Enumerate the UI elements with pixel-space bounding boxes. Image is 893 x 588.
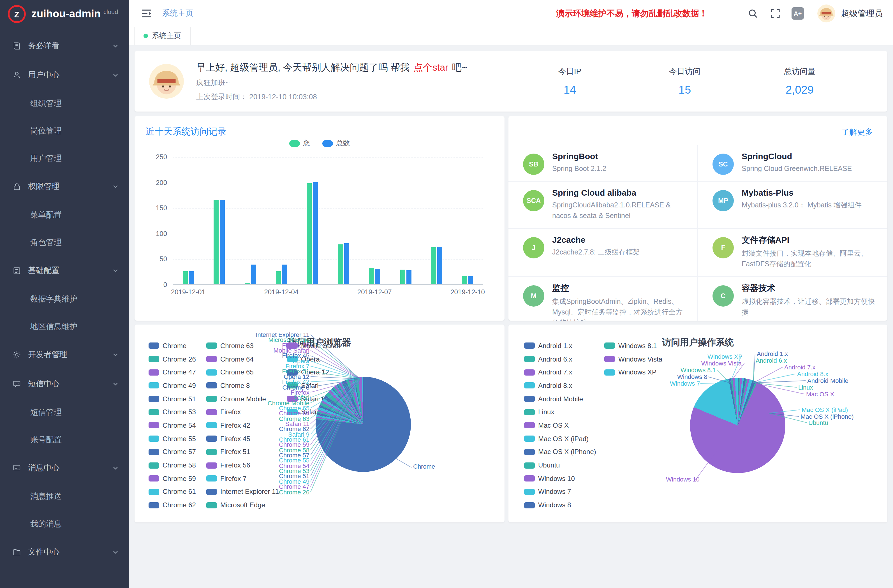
sidebar-item-7[interactable]: 文件中心 [0, 538, 129, 567]
legend-item[interactable]: Mac OS X [524, 419, 596, 432]
learn-more-link[interactable]: 了解更多 [842, 127, 873, 137]
legend-item[interactable]: Windows 7 [524, 485, 596, 498]
bar-group [235, 157, 266, 284]
tech-avatar: M [523, 285, 544, 306]
bar-segment [220, 200, 225, 284]
legend-item[interactable]: Linux [524, 406, 596, 419]
sidebar-subitem[interactable]: 用户管理 [0, 144, 129, 172]
sidebar-subitem[interactable]: 岗位管理 [0, 117, 129, 144]
legend-item[interactable]: Chrome 61 [149, 485, 196, 498]
logo-icon: Z [8, 5, 26, 23]
legend-item[interactable]: Firefox 51 [206, 445, 279, 459]
legend-item[interactable]: Chrome 51 [149, 393, 196, 406]
legend-item[interactable]: Chrome 65 [206, 366, 279, 379]
sidebar-item-0[interactable]: 务必详看 [0, 32, 129, 60]
chevron-down-icon [112, 380, 119, 387]
legend-item[interactable]: Chrome 47 [149, 366, 196, 379]
sidebar-item-1[interactable]: 用户中心 [0, 60, 129, 90]
sidebar-subitem[interactable]: 消息推送 [0, 483, 129, 510]
legend-label: Chrome 26 [162, 355, 196, 363]
legend-item[interactable]: Android 8.x [524, 379, 596, 392]
greeting: 早上好, 超级管理员, 今天帮别人解决问题了吗 帮我 点个star 吧~ [196, 61, 467, 74]
legend-swatch [206, 449, 217, 455]
legend-item[interactable]: Firefox 56 [206, 459, 279, 472]
sidebar-item-label: 文件中心 [28, 547, 112, 557]
sidebar-item-2[interactable]: 权限管理 [0, 172, 129, 201]
legend-item[interactable]: Firefox [206, 406, 279, 419]
legend-item[interactable]: Chrome 64 [206, 352, 279, 365]
legend-item[interactable]: Android Mobile [524, 393, 596, 406]
search-icon[interactable] [748, 8, 758, 18]
sidebar-subitem[interactable]: 地区信息维护 [0, 313, 129, 340]
tech-info: SpringBootSpring Boot 2.1.2 [552, 151, 606, 174]
legend-item[interactable]: Chrome 49 [149, 379, 196, 392]
legend-item[interactable]: Chrome 53 [149, 406, 196, 419]
legend-item[interactable]: Chrome 62 [149, 499, 196, 512]
legend-item[interactable]: Android 7.x [524, 366, 596, 379]
legend-item[interactable]: Android 1.x [524, 339, 596, 352]
legend-item[interactable]: Mac OS X (iPhone) [524, 445, 596, 459]
legend-item[interactable]: Windows XP [604, 366, 662, 379]
legend-label: Android 6.x [538, 355, 572, 363]
legend-swatch [206, 502, 217, 508]
sidebar-subitem[interactable]: 我的消息 [0, 510, 129, 538]
legend-item[interactable]: Ubuntu [524, 459, 596, 472]
legend-item[interactable]: Chrome 54 [149, 419, 196, 432]
tech-avatar: F [713, 237, 734, 259]
tech-desc: 虚拟化容器技术，让迁移、部署更加方便快捷 [742, 296, 875, 318]
legend-swatch [206, 356, 217, 362]
legend-item[interactable]: Android 6.x [524, 352, 596, 365]
legend-item[interactable]: Chrome 58 [149, 459, 196, 472]
legend-item[interactable]: Firefox 7 [206, 472, 279, 485]
legend-item[interactable]: Firefox 42 [206, 419, 279, 432]
legend-item[interactable]: Mac OS X (iPad) [524, 432, 596, 445]
legend-swatch [149, 489, 159, 495]
legend-item[interactable]: Chrome 55 [149, 432, 196, 445]
legend-item[interactable]: Chrome 8 [206, 379, 279, 392]
legend-item[interactable]: Firefox 45 [206, 432, 279, 445]
legend-item[interactable]: Chrome [149, 339, 196, 352]
bar-segment [182, 271, 188, 284]
sidebar-subitem[interactable]: 角色管理 [0, 229, 129, 256]
legend-item[interactable]: Windows Vista [604, 352, 662, 365]
legend-item[interactable]: Windows 8.1 [604, 339, 662, 352]
legend-item[interactable]: Chrome 26 [149, 352, 196, 365]
sidebar-subitem[interactable]: 数据字典维护 [0, 285, 129, 313]
sidebar-subitem[interactable]: 账号配置 [0, 426, 129, 453]
legend-item[interactable]: 总数 [322, 138, 350, 148]
legend-swatch [206, 409, 217, 415]
sidebar-item-6[interactable]: 消息中心 [0, 453, 129, 483]
sidebar-item-3[interactable]: 基础配置 [0, 256, 129, 285]
username[interactable]: 超级管理员 [841, 8, 883, 19]
pie-callout-label: Mac OS X (iPhone) [800, 413, 854, 420]
sidebar-subitem[interactable]: 菜单配置 [0, 201, 129, 229]
legend-swatch [604, 369, 615, 375]
legend-item[interactable]: Microsoft Edge [206, 499, 279, 512]
legend-item[interactable]: 您 [289, 138, 310, 148]
sidebar-item-4[interactable]: 开发者管理 [0, 340, 129, 369]
user-avatar[interactable] [817, 5, 835, 23]
legend-item[interactable]: Windows 8 [524, 499, 596, 512]
breadcrumb[interactable]: 系统主页 [162, 8, 193, 18]
legend-swatch [149, 502, 159, 508]
legend-item[interactable]: Chrome 57 [149, 445, 196, 459]
sidebar-item-label: 用户中心 [28, 70, 112, 80]
tech-item: JJ2cacheJ2cache2.7.8: 二级缓存框架 [508, 229, 698, 277]
legend-swatch [206, 369, 217, 375]
legend-item[interactable]: Chrome 63 [206, 339, 279, 352]
sidebar-subitem[interactable]: 短信管理 [0, 399, 129, 426]
sidebar-item-5[interactable]: 短信中心 [0, 369, 129, 399]
sidebar-subitem[interactable]: 组织管理 [0, 90, 129, 117]
topbar: 系统主页 演示环境维护不易，请勿乱删乱改数据！ A+ 超级管理员 [129, 0, 893, 27]
bar-group [421, 157, 453, 284]
star-link[interactable]: 点个star [413, 62, 448, 72]
tab-home[interactable]: 系统主页 [134, 27, 191, 45]
tech-title: Spring Cloud alibaba [552, 188, 685, 197]
fullscreen-icon[interactable] [770, 8, 780, 18]
legend-item[interactable]: Internet Explorer 11 [206, 485, 279, 498]
collapse-menu-icon[interactable] [141, 9, 152, 18]
bar-group [390, 157, 421, 284]
legend-item[interactable]: Chrome 59 [149, 472, 196, 485]
legend-item[interactable]: Windows 10 [524, 472, 596, 485]
font-size-icon[interactable]: A+ [792, 7, 804, 20]
